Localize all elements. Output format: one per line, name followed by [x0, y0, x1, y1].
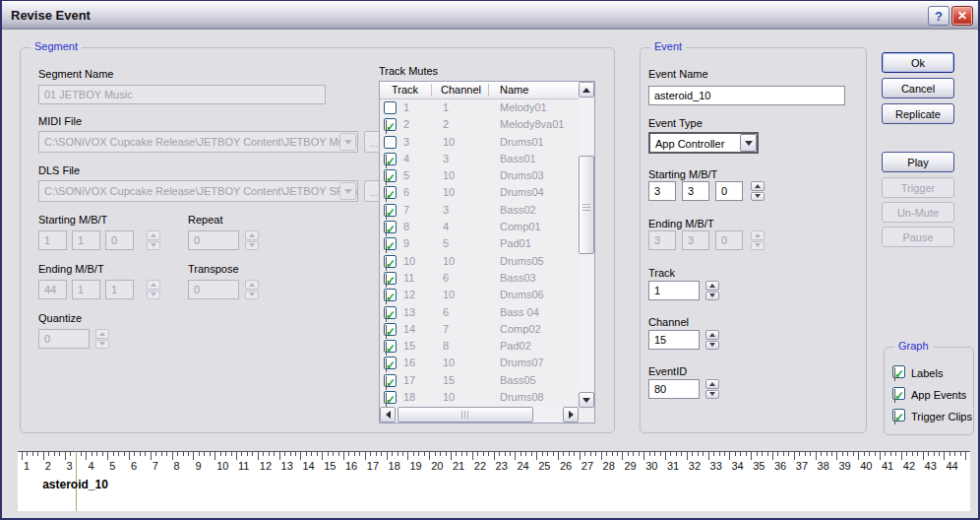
mute-checkbox[interactable]: ✓ — [384, 357, 397, 369]
mute-checkbox[interactable]: ✓ — [384, 169, 397, 182]
spinner-up-button — [245, 230, 259, 240]
spinner-down-icon — [755, 194, 761, 198]
event-channel-spinner[interactable] — [705, 330, 719, 350]
event-starting-spinner[interactable] — [751, 181, 765, 201]
ruler-tick — [799, 452, 800, 456]
ruler-tick — [113, 452, 114, 456]
scroll-right-button[interactable] — [563, 407, 579, 422]
ruler-tick — [359, 452, 360, 456]
event-type-dropdown-button[interactable] — [740, 134, 757, 152]
spinner-down-icon — [249, 292, 255, 296]
vertical-scroll-thumb[interactable] — [579, 156, 594, 254]
graph-checkbox[interactable]: ✓ — [892, 387, 905, 400]
event-track-spinner[interactable] — [705, 281, 719, 300]
event-id-field[interactable]: 80 — [648, 379, 700, 399]
ok-button[interactable]: Ok — [882, 52, 954, 73]
mute-checkbox[interactable]: ✓ — [384, 306, 397, 319]
spinner-down-button — [245, 241, 259, 251]
horizontal-scroll-thumb[interactable] — [398, 407, 533, 422]
mute-checkbox[interactable]: ✓ — [384, 289, 397, 301]
vertical-scrollbar[interactable] — [579, 82, 594, 408]
track-mutes-list: Track Channel Name 11Melody01✓22Melody8v… — [379, 81, 595, 423]
mute-checkbox[interactable]: ✓ — [384, 118, 397, 131]
mute-checkbox[interactable]: ✓ — [384, 255, 397, 268]
ruler-tick — [376, 452, 377, 456]
mute-checkbox[interactable]: ✓ — [384, 340, 397, 353]
replicate-button[interactable]: Replicate — [882, 103, 954, 124]
ruler-tick — [183, 452, 184, 456]
ruler-tick — [574, 452, 575, 456]
ruler-tick — [923, 452, 924, 460]
timeline-graph[interactable]: 1234567891011121314151617181920212223242… — [18, 451, 970, 511]
help-button[interactable]: ? — [928, 6, 949, 26]
column-header-track[interactable]: Track — [392, 84, 418, 96]
mute-checkbox[interactable] — [384, 101, 397, 114]
scroll-up-button[interactable] — [579, 82, 594, 98]
ruler-tick — [944, 452, 945, 460]
quantize-spinner — [95, 329, 109, 349]
timeline-ruler: 1234567891011121314151617181920212223242… — [18, 451, 970, 511]
ruler-tick — [875, 452, 876, 456]
mute-checkbox[interactable]: ✓ — [384, 237, 397, 250]
mute-checkbox[interactable]: ✓ — [384, 204, 397, 217]
mute-checkbox[interactable]: ✓ — [384, 221, 397, 233]
ruler-tick — [954, 452, 955, 456]
name-cell: Drums03 — [500, 169, 544, 181]
event-channel-field[interactable]: 15 — [648, 330, 700, 350]
spinner-up-button[interactable] — [705, 281, 719, 291]
track-mute-row: ✓84Comp01 — [380, 219, 579, 235]
midi-file-value: C:\SONiVOX Cupcake Release\JETBOY Conten… — [38, 131, 358, 153]
segment-ending-mbt-label: Ending M/B/T — [38, 263, 104, 275]
cancel-button[interactable]: Cancel — [882, 78, 954, 98]
ruler-tick — [805, 452, 806, 456]
column-header-channel[interactable]: Channel — [441, 84, 481, 96]
spinner-down-button[interactable] — [705, 341, 719, 351]
mute-checkbox[interactable]: ✓ — [384, 186, 397, 199]
mute-checkbox[interactable]: ✓ — [384, 374, 397, 387]
ruler-measure-number: 6 — [131, 460, 137, 472]
ruler-measure-number: 24 — [517, 460, 528, 472]
event-starting-tick[interactable]: 0 — [715, 181, 743, 201]
ruler-tick — [429, 452, 430, 460]
graph-checkbox[interactable]: ✓ — [892, 365, 905, 378]
spinner-down-button[interactable] — [751, 192, 765, 202]
mute-checkbox[interactable]: ✓ — [384, 272, 397, 285]
event-id-spinner[interactable] — [705, 379, 719, 399]
mute-checkbox[interactable]: ✓ — [384, 391, 397, 404]
title-bar[interactable]: Revise Event ? ✕ — [2, 1, 978, 30]
spinner-down-button — [751, 241, 765, 251]
spinner-down-button[interactable] — [705, 292, 719, 301]
spinner-up-button[interactable] — [751, 181, 765, 191]
ruler-tick — [521, 452, 521, 456]
event-starting-beat[interactable]: 3 — [682, 181, 709, 201]
mute-checkbox[interactable] — [384, 136, 397, 149]
column-header-name[interactable]: Name — [500, 84, 528, 96]
scroll-left-button[interactable] — [380, 407, 396, 422]
graph-checkbox[interactable]: ✓ — [892, 409, 905, 422]
mute-checkbox[interactable]: ✓ — [384, 153, 397, 165]
event-type-combo[interactable]: App Controller — [648, 132, 759, 154]
check-icon: ✓ — [386, 393, 387, 407]
name-cell: Melody8va01 — [500, 118, 564, 130]
mute-checkbox[interactable]: ✓ — [384, 323, 397, 336]
event-starting-measure[interactable]: 3 — [648, 181, 676, 201]
spinner-up-button[interactable] — [705, 330, 719, 340]
scroll-down-button[interactable] — [579, 392, 594, 408]
spinner-down-button[interactable] — [705, 390, 719, 400]
track-mute-row: ✓73Bass02 — [380, 202, 579, 219]
ruler-tick — [831, 452, 832, 456]
spinner-up-button[interactable] — [705, 379, 719, 389]
check-icon: ✓ — [386, 188, 387, 202]
ruler-measure-number: 28 — [603, 460, 615, 472]
ruler-measure-number: 15 — [324, 460, 336, 472]
horizontal-scrollbar[interactable] — [380, 407, 579, 422]
ruler-tick — [515, 452, 516, 460]
window-title: Revise Event — [11, 8, 91, 23]
event-name-field[interactable]: asteroid_10 — [648, 86, 845, 105]
ruler-tick — [622, 452, 623, 460]
check-icon: ✓ — [386, 239, 387, 253]
close-button[interactable]: ✕ — [951, 6, 973, 26]
play-button[interactable]: Play — [882, 152, 954, 172]
event-track-field[interactable]: 1 — [648, 281, 700, 300]
timeline-event-label[interactable]: asteroid_10 — [42, 478, 108, 491]
